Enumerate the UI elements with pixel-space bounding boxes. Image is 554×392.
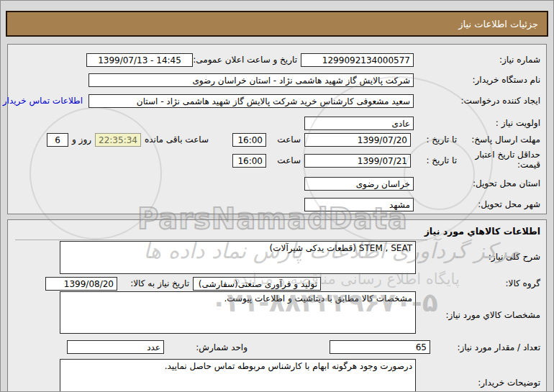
reply-deadline-until-label: تا تاریخ : xyxy=(426,135,457,145)
priority-input[interactable] xyxy=(304,117,414,130)
goods-need-date-label: تاریخ نیاز به کالا: xyxy=(130,278,189,288)
need-number-label: شماره نیاز: xyxy=(499,55,540,65)
buyer-notes-label: توضیحات خریدار: xyxy=(478,378,540,388)
goods-group-input[interactable] xyxy=(193,277,321,291)
need-info-panel: شماره نیاز: تاریخ و ساعت اعلان عمومی: نا… xyxy=(7,44,547,214)
price-validity-until-label: تا تاریخ : xyxy=(426,155,457,165)
countdown-timer[interactable] xyxy=(95,133,141,147)
goods-section-title: اطلاعات کالاهاي مورد نیاز xyxy=(424,226,540,237)
quantity-input[interactable] xyxy=(330,340,430,354)
buyer-contact-link[interactable]: اطلاعات تماس خریدار xyxy=(3,96,83,106)
need-number-input[interactable] xyxy=(301,53,414,67)
goods-specs-label: مشخصات کالاي مورد نیاز: xyxy=(445,310,540,320)
unit-input[interactable] xyxy=(67,340,164,354)
delivery-province-input[interactable] xyxy=(304,177,414,191)
buyer-notes-textarea[interactable]: درصورت وجود هرگونه ابهام با کارشناس مربو… xyxy=(60,359,416,392)
price-validity-time-input[interactable] xyxy=(232,154,266,168)
days-remaining-input[interactable] xyxy=(47,133,68,147)
goods-group-label: گروه کالا: xyxy=(506,278,541,288)
reply-deadline-date-input[interactable] xyxy=(304,133,411,147)
goods-info-panel: اطلاعات کالاهاي مورد نیاز شرح کلی نیاز: … xyxy=(7,219,547,392)
days-remaining-label: روز و xyxy=(72,135,91,145)
overall-description-textarea[interactable]: STEM , SEAT (قطعات یدکی شیرآلات) xyxy=(60,241,416,274)
priority-label: اولویت نیاز : xyxy=(496,118,540,128)
buyer-org-input[interactable] xyxy=(88,73,414,87)
request-creator-label: ایجاد کننده درخواست: xyxy=(460,96,540,106)
unit-label: واحد شمارش: xyxy=(196,342,248,352)
overall-description-label: شرح کلی نیاز: xyxy=(489,252,540,262)
request-creator-input[interactable] xyxy=(88,94,414,108)
reply-deadline-hour-label: ساعت xyxy=(277,135,301,145)
goods-specs-textarea[interactable]: مشخصات کالا مطابق با دیتاشیت و اطلاعات پ… xyxy=(60,291,416,334)
delivery-city-label: شهر محل تحویل: xyxy=(478,199,540,209)
announce-datetime-input[interactable] xyxy=(86,53,193,67)
price-validity-label: حداقل تاریخ اعتبار قیمت: xyxy=(463,150,540,170)
page-title: جزئیات اطلاعات نیاز xyxy=(458,19,538,29)
buyer-org-label: نام دستگاه خریدار: xyxy=(473,75,541,85)
reply-deadline-time-input[interactable] xyxy=(232,133,266,147)
price-validity-hour-label: ساعت xyxy=(277,155,301,165)
hours-remaining-label: ساعت باقی مانده xyxy=(145,135,209,145)
delivery-city-input[interactable] xyxy=(304,198,414,211)
price-validity-date-input[interactable] xyxy=(304,154,411,168)
delivery-province-label: استان محل تحویل: xyxy=(473,178,540,188)
need-details-page: جزئیات اطلاعات نیاز شماره نیاز: تاریخ و … xyxy=(0,0,554,392)
reply-deadline-label: مهلت ارسال پاسخ: xyxy=(471,135,540,145)
section-divider xyxy=(15,240,427,240)
announce-datetime-label: تاریخ و ساعت اعلان عمومی: xyxy=(193,55,297,65)
quantity-label: تعداد / مقدار مورد نیاز: xyxy=(457,342,540,352)
goods-need-date-input[interactable] xyxy=(45,277,117,291)
page-title-bar: جزئیات اطلاعات نیاز xyxy=(6,11,548,37)
